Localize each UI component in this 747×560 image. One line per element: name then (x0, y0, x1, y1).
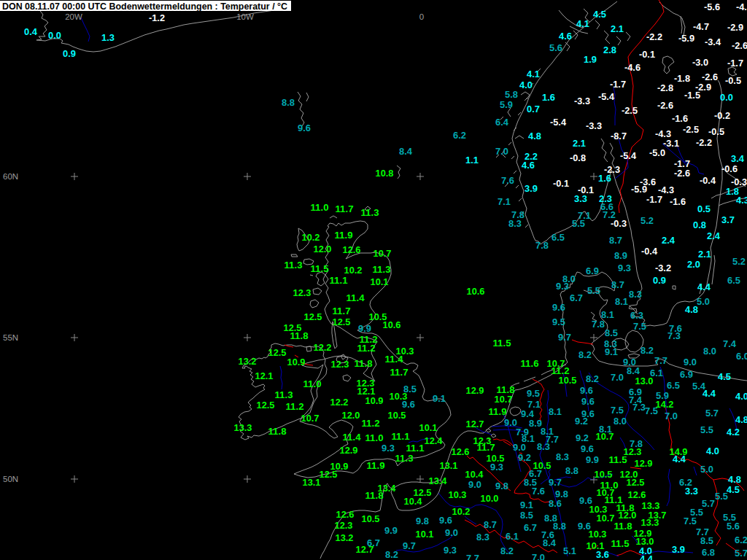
svg-text:-0.2: -0.2 (714, 111, 730, 121)
svg-text:12.1: 12.1 (357, 386, 376, 397)
svg-text:13.3: 13.3 (641, 518, 659, 528)
svg-text:0.9: 0.9 (63, 49, 76, 59)
svg-text:3.9: 3.9 (672, 545, 685, 555)
svg-text:5.7: 5.7 (705, 408, 719, 419)
svg-text:2.0: 2.0 (687, 260, 700, 270)
svg-text:8.3: 8.3 (476, 532, 489, 542)
svg-text:4.6: 4.6 (522, 160, 535, 171)
svg-text:12.2: 12.2 (330, 397, 349, 408)
svg-text:10.9: 10.9 (287, 357, 306, 368)
svg-text:4.4: 4.4 (697, 282, 711, 292)
svg-text:-1.6: -1.6 (670, 197, 686, 207)
svg-text:7.8: 7.8 (535, 241, 549, 251)
svg-text:-3.0: -3.0 (692, 58, 708, 68)
svg-text:10.6: 10.6 (467, 287, 485, 297)
svg-text:9.6: 9.6 (581, 444, 594, 454)
svg-text:11.5: 11.5 (493, 338, 511, 349)
svg-text:-1.7: -1.7 (610, 79, 626, 90)
svg-text:5.2: 5.2 (732, 257, 746, 267)
svg-text:4.0: 4.0 (735, 392, 747, 402)
svg-text:9.5: 9.5 (552, 317, 565, 327)
svg-text:7.2: 7.2 (603, 210, 616, 220)
svg-text:-3.1: -3.1 (663, 139, 679, 149)
svg-text:-2.6: -2.6 (674, 168, 690, 179)
svg-text:9.3: 9.3 (618, 263, 631, 273)
svg-text:11.1: 11.1 (392, 432, 410, 442)
svg-text:10.2: 10.2 (302, 233, 320, 243)
svg-text:12.5: 12.5 (627, 478, 645, 488)
svg-text:1.1: 1.1 (465, 155, 479, 166)
svg-text:8.4: 8.4 (627, 366, 640, 376)
svg-text:6.0: 6.0 (736, 351, 747, 362)
svg-text:7.3: 7.3 (667, 331, 681, 341)
svg-text:-4.6: -4.6 (624, 63, 640, 73)
svg-text:10.1: 10.1 (416, 529, 434, 540)
svg-text:6.2: 6.2 (679, 478, 692, 488)
svg-text:10.6: 10.6 (383, 320, 401, 330)
svg-text:11.3: 11.3 (285, 260, 303, 271)
svg-text:8.3: 8.3 (629, 289, 642, 300)
svg-text:0.8: 0.8 (693, 220, 706, 230)
svg-text:7.6: 7.6 (501, 176, 514, 186)
svg-text:11.5: 11.5 (311, 264, 329, 274)
svg-text:-2.6: -2.6 (702, 72, 718, 82)
svg-text:10.7: 10.7 (374, 249, 392, 259)
svg-text:9.7: 9.7 (403, 541, 416, 551)
svg-text:9.1: 9.1 (520, 500, 533, 510)
svg-text:3.6: 3.6 (596, 550, 609, 560)
svg-text:-3.3: -3.3 (574, 96, 590, 106)
svg-text:8.5: 8.5 (700, 536, 713, 546)
svg-text:2.1: 2.1 (573, 139, 586, 149)
svg-text:11.0: 11.0 (365, 433, 384, 443)
svg-text:3.9: 3.9 (525, 184, 538, 194)
svg-text:12.5: 12.5 (304, 312, 322, 322)
svg-text:8.3: 8.3 (508, 219, 522, 229)
svg-text:12.5: 12.5 (268, 348, 287, 358)
svg-text:6.1: 6.1 (506, 532, 519, 542)
svg-text:6.2: 6.2 (735, 535, 747, 545)
svg-text:1.6: 1.6 (542, 93, 555, 103)
svg-text:6.5: 6.5 (727, 276, 740, 286)
svg-text:11.8: 11.8 (614, 521, 632, 532)
svg-text:4.5: 4.5 (593, 9, 606, 20)
svg-text:3.7: 3.7 (721, 215, 735, 225)
svg-text:10.4: 10.4 (404, 497, 422, 507)
svg-text:8.4: 8.4 (543, 538, 556, 548)
svg-text:10.7: 10.7 (301, 413, 320, 424)
svg-text:10.9: 10.9 (365, 396, 384, 406)
svg-text:3.3: 3.3 (685, 486, 698, 497)
svg-text:7.0: 7.0 (495, 147, 508, 157)
svg-text:9.3: 9.3 (490, 462, 503, 472)
svg-text:-2.6: -2.6 (657, 101, 673, 111)
svg-text:11.4: 11.4 (343, 432, 361, 443)
svg-text:9.5: 9.5 (527, 389, 540, 399)
svg-text:8.8: 8.8 (565, 466, 578, 476)
svg-text:8.2: 8.2 (640, 346, 654, 356)
svg-text:10.1: 10.1 (587, 541, 605, 551)
svg-text:8.9: 8.9 (614, 251, 627, 261)
svg-text:11.1: 11.1 (406, 443, 425, 454)
svg-text:6.4: 6.4 (495, 117, 508, 128)
svg-text:0.0: 0.0 (48, 31, 61, 41)
svg-text:7.8: 7.8 (592, 319, 605, 330)
svg-text:-0.6: -0.6 (721, 164, 738, 174)
svg-text:12.1: 12.1 (255, 371, 274, 381)
svg-text:12.4: 12.4 (425, 436, 443, 446)
svg-text:1.3: 1.3 (101, 33, 115, 43)
svg-text:8.8: 8.8 (282, 98, 295, 108)
svg-text:5.5: 5.5 (715, 491, 728, 502)
svg-text:8.2: 8.2 (586, 374, 599, 384)
svg-text:5.5: 5.5 (700, 425, 713, 435)
svg-text:-2.5: -2.5 (622, 106, 638, 116)
svg-text:20W: 20W (65, 12, 82, 21)
svg-text:14.2: 14.2 (656, 400, 674, 410)
svg-text:-3.3: -3.3 (586, 121, 602, 131)
svg-text:8.4: 8.4 (399, 147, 412, 157)
svg-text:12.6: 12.6 (628, 490, 646, 500)
svg-text:11.8: 11.8 (365, 491, 384, 501)
svg-text:4.6: 4.6 (559, 31, 572, 42)
svg-text:12.3: 12.3 (293, 288, 311, 298)
svg-text:7.1: 7.1 (498, 197, 511, 207)
svg-text:11.5: 11.5 (611, 539, 630, 549)
svg-text:9.7: 9.7 (558, 332, 571, 343)
